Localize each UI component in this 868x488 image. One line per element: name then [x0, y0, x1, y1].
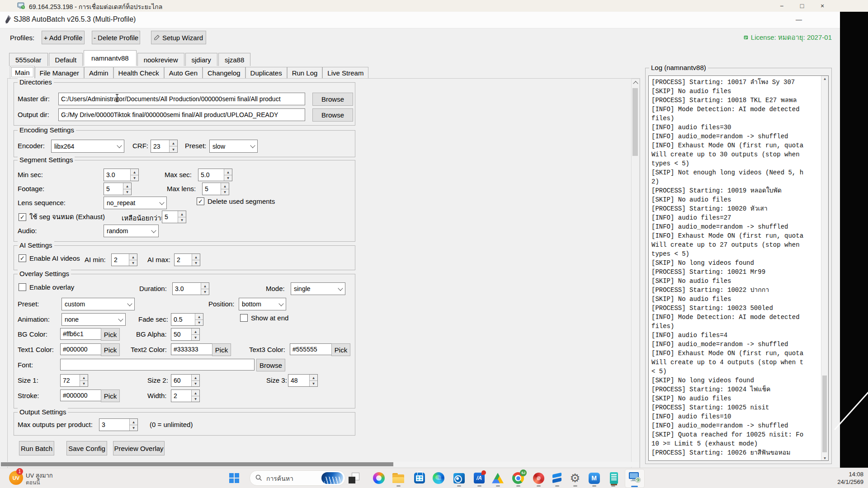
output-dir-input[interactable]: G:/My Drive/00000Tiktok final/000000semi…: [58, 108, 305, 121]
master-dir-input[interactable]: C:/Users/Administrator/Documents/All Pro…: [58, 93, 305, 105]
log-line: [PROCESS] Starting: 10017 ลำโพง Sy 307: [651, 78, 815, 87]
rdp-close-button[interactable]: ×: [814, 1, 830, 10]
scroll-up-arrow[interactable]: ▲: [821, 77, 828, 80]
text1-pick-button[interactable]: Pick: [101, 343, 120, 356]
preset-select[interactable]: slow: [209, 140, 258, 153]
duration-stepper[interactable]: 3.0▲▼: [172, 282, 209, 295]
profile-tab-555solar[interactable]: 555solar: [9, 53, 48, 66]
tab-auto-gen[interactable]: Auto Gen: [164, 67, 203, 79]
rdp-minimize-button[interactable]: −: [774, 1, 790, 10]
position-select[interactable]: bottom: [239, 298, 286, 310]
size1-stepper[interactable]: 72▲▼: [60, 374, 88, 387]
delete-used-segments-checkbox[interactable]: ✓Delete used segments: [197, 197, 275, 205]
log-vscrollbar[interactable]: ▲ ▼: [821, 76, 828, 460]
save-config-button[interactable]: Save Config: [66, 441, 107, 455]
tab-admin[interactable]: Admin: [84, 67, 113, 79]
max-outputs-stepper[interactable]: 3▲▼: [99, 418, 138, 431]
tab-live-stream[interactable]: Live Stream: [322, 67, 368, 79]
stroke-width-stepper[interactable]: 2▲▼: [171, 389, 200, 402]
microsoft-store-icon[interactable]: [411, 470, 428, 486]
blue-squares-app-icon[interactable]: [548, 470, 566, 486]
search-highlight-image[interactable]: [321, 472, 343, 484]
animation-select[interactable]: none: [61, 313, 126, 326]
search-box[interactable]: การค้นหา: [250, 470, 345, 486]
font-input[interactable]: [60, 359, 255, 371]
text1-color-input[interactable]: #000000: [60, 343, 104, 355]
form-vscrollbar[interactable]: [631, 79, 640, 473]
text2-pick-button[interactable]: Pick: [212, 343, 231, 356]
text3-color-input[interactable]: #555555: [290, 343, 333, 355]
preview-overlay-button[interactable]: Preview Overlay: [113, 441, 165, 455]
setup-wizard-button[interactable]: Setup Wizard: [151, 31, 206, 44]
stroke-pick-button[interactable]: Pick: [101, 389, 120, 402]
profile-tab-nookreview[interactable]: nookreview: [137, 53, 184, 66]
enable-overlay-checkbox[interactable]: Enable overlay: [19, 283, 74, 291]
delete-profile-button[interactable]: - Delete Profile: [92, 31, 140, 44]
profile-tab-namnantv88[interactable]: namnantv88: [84, 50, 137, 66]
exhaust-checkbox[interactable]: ✓ใช้ seg จนหมด (Exhaust): [19, 211, 105, 222]
edge-icon[interactable]: [430, 470, 447, 486]
scroll-up-arrow[interactable]: [632, 79, 639, 87]
crf-stepper[interactable]: 23 ▲▼: [151, 140, 178, 153]
m-app-icon[interactable]: M: [585, 470, 603, 486]
text3-pick-button[interactable]: Pick: [331, 343, 350, 356]
lens-sequence-select[interactable]: no_repeat: [104, 197, 167, 209]
remain-stop-stepper[interactable]: 5▲▼: [162, 211, 186, 223]
chrome-icon[interactable]: SJ: [509, 470, 527, 486]
tab-run-log[interactable]: Run Log: [287, 67, 323, 79]
bg-color-input[interactable]: #ffb6c1: [60, 328, 104, 340]
max-sec-stepper[interactable]: 5.0▲▼: [198, 169, 232, 181]
spinner-arrows-icon[interactable]: ▲▼: [169, 140, 177, 152]
ai-max-stepper[interactable]: 2▲▼: [174, 253, 200, 266]
min-sec-stepper[interactable]: 3.0▲▼: [104, 169, 139, 181]
mode-select[interactable]: single: [291, 282, 345, 295]
tab-main[interactable]: Main: [10, 66, 35, 79]
master-browse-button[interactable]: Browse: [312, 93, 353, 106]
stroke-color-input[interactable]: #000000: [60, 389, 104, 401]
footage-stepper[interactable]: 5▲▼: [104, 183, 132, 195]
max-lens-stepper[interactable]: 5▲▼: [202, 183, 229, 195]
bg-alpha-stepper[interactable]: 50▲▼: [171, 328, 200, 341]
notes-app-icon[interactable]: [605, 470, 623, 486]
task-view-icon[interactable]: [345, 470, 363, 486]
outlook-icon[interactable]: [450, 470, 467, 486]
overlay-preset-select[interactable]: custom: [61, 298, 135, 310]
size3-stepper[interactable]: 48▲▼: [288, 374, 318, 387]
tab-duplicates[interactable]: Duplicates: [245, 67, 287, 79]
remote-desktop-taskbar-tile[interactable]: [625, 469, 645, 488]
profile-tab-sjza88[interactable]: sjza88: [218, 53, 250, 66]
form-hscrollbar[interactable]: [1, 462, 639, 467]
size2-stepper[interactable]: 60▲▼: [171, 374, 200, 387]
tab-changelog[interactable]: Changelog: [203, 67, 245, 79]
profile-tab-default[interactable]: Default: [49, 53, 83, 66]
profile-tab-sjdiary[interactable]: sjdiary: [185, 53, 217, 66]
ads-app-icon[interactable]: /A: [471, 470, 488, 486]
start-button[interactable]: [226, 470, 242, 486]
text2-color-input[interactable]: #333333: [171, 343, 214, 355]
google-drive-icon[interactable]: [489, 470, 506, 486]
output-browse-button[interactable]: Browse: [312, 108, 353, 122]
red-swirl-app-icon[interactable]: [530, 470, 547, 486]
show-at-end-checkbox[interactable]: Show at end: [240, 314, 288, 322]
ai-min-stepper[interactable]: 2▲▼: [111, 253, 137, 266]
log-textbox[interactable]: [PROCESS] Starting: 10017 ลำโพง Sy 307[S…: [648, 75, 829, 461]
run-batch-button[interactable]: Run Batch: [19, 441, 54, 455]
tab-health-check[interactable]: Health Check: [113, 67, 164, 79]
audio-select[interactable]: random: [104, 225, 159, 237]
add-profile-button[interactable]: + Add Profile: [42, 31, 85, 44]
enable-ai-videos-checkbox[interactable]: ✓Enable AI videos: [19, 254, 80, 262]
scroll-down-arrow[interactable]: ▼: [821, 456, 828, 460]
settings-gear-icon[interactable]: ⚙: [566, 470, 584, 486]
encoder-select[interactable]: libx264: [51, 140, 124, 153]
rdp-maximize-button[interactable]: □: [794, 1, 810, 10]
file-explorer-icon[interactable]: [390, 470, 407, 486]
bg-color-pick-button[interactable]: Pick: [101, 328, 120, 341]
log-group: Log (namnantv88) [PROCESS] Starting: 100…: [645, 68, 832, 464]
tab-file-manager[interactable]: File Manager: [35, 67, 85, 79]
app-minimize-button[interactable]: —: [792, 14, 806, 24]
fade-sec-stepper[interactable]: 0.5▲▼: [171, 313, 203, 326]
weather-widget[interactable]: UV 1 UV สูงมาก ตอนนี้: [8, 470, 80, 486]
font-browse-button[interactable]: Browse: [256, 359, 285, 371]
copilot-icon[interactable]: [370, 470, 387, 486]
taskbar-clock[interactable]: 14:08 24/1/2569: [823, 470, 863, 486]
